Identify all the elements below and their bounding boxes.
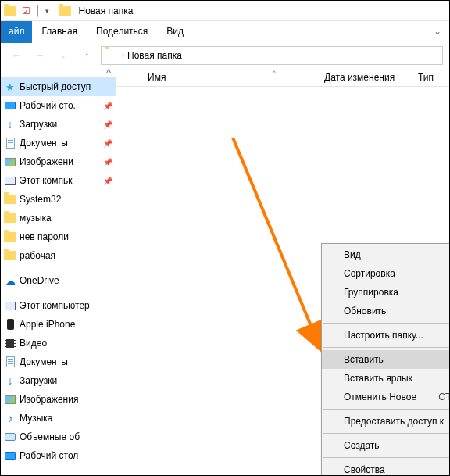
sidebar-item[interactable]: музыка: [1, 209, 116, 227]
nav-back-button[interactable]: ←: [7, 46, 26, 65]
menu-sort[interactable]: Сортировка▸: [322, 264, 450, 283]
column-type[interactable]: Тип: [418, 72, 449, 83]
menu-label: Вставить ярлык: [344, 373, 412, 384]
menu-customize[interactable]: Настроить папку...: [322, 326, 450, 345]
folder-icon: [4, 249, 16, 262]
menu-label: Вид: [344, 249, 361, 260]
tab-view[interactable]: Вид: [157, 21, 193, 43]
breadcrumb-current[interactable]: Новая папка: [127, 50, 182, 61]
sidebar-quick-access[interactable]: ★ Быстрый доступ: [1, 77, 116, 96]
download-icon: ↓: [4, 118, 16, 131]
menu-separator: [323, 457, 450, 458]
sidebar-item[interactable]: Apple iPhone: [1, 315, 116, 334]
pictures-icon: [4, 393, 16, 406]
tab-home[interactable]: Главная: [32, 21, 87, 43]
menu-view[interactable]: Вид▸: [322, 245, 450, 264]
ribbon-collapse-icon[interactable]: ⌄: [426, 21, 449, 43]
sidebar-item[interactable]: Рабочий сто.📌: [1, 96, 116, 115]
nav-forward-button[interactable]: →: [30, 46, 49, 65]
menu-separator: [323, 409, 450, 410]
window-title: Новая папка: [79, 5, 134, 16]
tab-share[interactable]: Поделиться: [87, 21, 157, 43]
menu-paste-shortcut[interactable]: Вставить ярлык: [322, 369, 450, 388]
column-date[interactable]: Дата изменения: [324, 72, 418, 83]
menu-label: Сортировка: [344, 268, 395, 279]
menu-paste[interactable]: Вставить: [322, 350, 450, 369]
explorer-icon: [4, 5, 16, 17]
menu-label: Свойства: [344, 464, 385, 475]
menu-group[interactable]: Группировка▸: [322, 283, 450, 302]
nav-up-button[interactable]: ↑: [77, 46, 96, 65]
sidebar-label: Этот компьютер: [20, 300, 90, 311]
column-name[interactable]: Имя: [143, 72, 324, 83]
sidebar-label: Apple iPhone: [20, 319, 75, 330]
sidebar-label: Изображени: [20, 156, 73, 167]
context-menu: Вид▸ Сортировка▸ Группировка▸ Обновить Н…: [321, 243, 450, 476]
folder-icon: [4, 212, 16, 224]
sidebar-item[interactable]: рабочая: [1, 246, 116, 265]
sidebar-item[interactable]: ↓Загрузки📌: [1, 115, 116, 134]
sidebar-item[interactable]: Объемные об: [1, 428, 116, 446]
folder-title-icon: [59, 5, 71, 17]
menu-properties[interactable]: Свойства: [322, 460, 450, 476]
sidebar-item[interactable]: Видео: [1, 334, 116, 353]
sidebar-item[interactable]: нев пароли: [1, 227, 116, 246]
sidebar-item[interactable]: ♪Музыка: [1, 409, 116, 428]
sort-indicator-icon: ^: [273, 70, 276, 77]
sidebar-label: Загрузки: [20, 375, 57, 386]
menu-share-access[interactable]: Предоставить доступ к▸: [322, 412, 450, 431]
pin-icon: 📌: [103, 177, 112, 185]
pin-icon: 📌: [103, 139, 112, 148]
video-icon: [4, 337, 16, 349]
sidebar-label: Объемные об: [20, 431, 80, 442]
sidebar-collapse-icon[interactable]: ^: [1, 68, 116, 77]
menu-separator: [323, 347, 450, 348]
sidebar-item[interactable]: Этот компьк📌: [1, 171, 116, 190]
sidebar-item[interactable]: Изображени📌: [1, 152, 116, 171]
sidebar-label: Загрузки: [20, 119, 57, 130]
file-tab[interactable]: айл: [1, 21, 32, 43]
sidebar-item[interactable]: Изображения: [1, 390, 116, 409]
sidebar-label: Документы: [20, 356, 68, 367]
sidebar-onedrive[interactable]: ☁OneDrive: [1, 271, 116, 290]
star-icon: ★: [4, 81, 16, 93]
menu-label: Группировка: [344, 287, 398, 298]
cloud-icon: ☁: [4, 274, 16, 287]
breadcrumb[interactable]: › Новая папка: [101, 46, 443, 65]
monitor-icon: [4, 99, 16, 112]
menu-label: Вставить: [344, 354, 384, 365]
phone-icon: [4, 318, 16, 331]
check-icon[interactable]: ☑: [20, 5, 32, 17]
music-icon: ♪: [4, 412, 16, 424]
pin-icon: 📌: [103, 120, 112, 129]
sidebar-item[interactable]: System32: [1, 190, 116, 209]
menu-separator: [323, 433, 450, 434]
sidebar-item[interactable]: Документы📌: [1, 134, 116, 152]
ribbon-tabs: айл Главная Поделиться Вид ⌄: [1, 21, 449, 43]
menu-undo[interactable]: Отменить НовоеCTR: [322, 388, 450, 406]
pc-icon: [4, 174, 16, 187]
monitor-icon: [4, 449, 16, 462]
document-icon: [4, 356, 16, 368]
sidebar-label: нев пароли: [20, 231, 69, 242]
pin-icon: 📌: [103, 102, 112, 110]
sidebar-item[interactable]: Рабочий стол: [1, 446, 116, 465]
qat-separator: │: [35, 5, 41, 16]
qat-dropdown-icon[interactable]: ▾: [41, 5, 54, 17]
document-icon: [4, 137, 16, 149]
menu-shortcut: CTR: [438, 392, 450, 403]
menu-refresh[interactable]: Обновить: [322, 302, 450, 320]
nav-recent-button[interactable]: ⌄: [54, 46, 73, 65]
folder-icon: [105, 49, 119, 62]
chevron-right-icon[interactable]: ›: [122, 52, 124, 59]
sidebar-item[interactable]: Документы: [1, 353, 116, 371]
menu-new[interactable]: Создать▸: [322, 436, 450, 455]
sidebar-label: Рабочий стол: [20, 450, 78, 461]
titlebar: ☑ │ ▾ Новая папка: [1, 1, 449, 21]
menu-separator: [323, 323, 450, 324]
sidebar-thispc[interactable]: Этот компьютер: [1, 296, 116, 315]
menu-label: Настроить папку...: [344, 330, 423, 341]
sidebar-label: музыка: [20, 213, 52, 224]
sidebar-item[interactable]: ↓Загрузки: [1, 371, 116, 390]
menu-label: Предоставить доступ к: [344, 416, 444, 427]
